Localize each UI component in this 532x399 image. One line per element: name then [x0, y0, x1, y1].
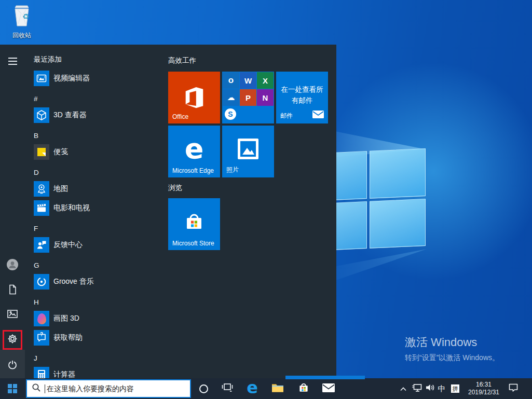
action-center-button[interactable]: [506, 378, 521, 399]
expand-menu-button[interactable]: [0, 49, 25, 74]
app-label: 3D 查看器: [53, 111, 87, 120]
video-editor-icon: [34, 71, 49, 86]
app-label: 视频编辑器: [53, 74, 90, 83]
desktop-screen: ♻ 回收站 激活 Windows 转到“设置”以激活 Windows。: [0, 0, 532, 399]
tile-office-apps-group[interactable]: o W X ☁ P N S: [222, 72, 274, 123]
gear-icon: [7, 334, 18, 346]
paint-3d-icon: [34, 311, 49, 326]
tray-clock-button[interactable]: 16:31 2019/12/31: [463, 378, 504, 399]
app-item-maps[interactable]: 地图: [34, 181, 168, 197]
app-item-paint-3d[interactable]: 画图 3D: [34, 311, 168, 326]
edge-logo-icon: e: [185, 132, 204, 165]
app-item-calculator[interactable]: 计算器: [34, 367, 168, 378]
app-list-header-G[interactable]: G: [34, 256, 168, 274]
documents-button[interactable]: [0, 278, 25, 303]
recycle-symbol-icon: ♻: [22, 12, 29, 21]
activate-windows-watermark: 激活 Windows 转到“设置”以激活 Windows。: [405, 335, 499, 363]
onedrive-icon: ☁: [223, 89, 239, 106]
app-list-header-H[interactable]: H: [34, 293, 168, 311]
tile-microsoft-store[interactable]: Microsoft Store: [168, 198, 220, 250]
power-icon: [8, 360, 17, 372]
windows-logo-icon: [8, 384, 17, 393]
windows-logo-pane: [370, 148, 426, 198]
calculator-icon: [34, 367, 49, 378]
power-button[interactable]: [0, 353, 25, 378]
edge-icon: e: [247, 378, 258, 397]
taskbar-search-box[interactable]: [26, 379, 191, 398]
tile-group-header-browse[interactable]: 浏览: [168, 183, 182, 192]
tile-row: Microsoft Store: [168, 198, 220, 250]
settings-button[interactable]: [0, 327, 25, 352]
tile-label: 照片: [226, 166, 239, 174]
pictures-button[interactable]: [0, 302, 25, 327]
recycle-bin-icon: ♻: [11, 3, 33, 30]
user-account-button[interactable]: [0, 253, 25, 278]
watermark-title: 激活 Windows: [405, 335, 499, 350]
tile-photos[interactable]: 照片: [222, 126, 274, 177]
app-list-header-hash[interactable]: #: [34, 90, 168, 107]
app-item-sticky-notes[interactable]: 便笺: [34, 144, 168, 160]
app-item-video-editor[interactable]: 视频编辑器: [34, 71, 168, 86]
document-icon: [8, 284, 17, 297]
mail-tile-text: 在一处查看所有邮件: [279, 84, 325, 106]
recycle-bin-shortcut[interactable]: ♻ 回收站: [5, 3, 38, 40]
tile-label: Microsoft Store: [172, 240, 214, 247]
cortana-button[interactable]: [194, 378, 213, 399]
tile-label: Microsoft Edge: [172, 167, 214, 174]
start-menu-app-list: 最近添加 视频编辑器 #: [25, 45, 168, 378]
recycle-bin-label: 回收站: [12, 31, 31, 40]
app-list-header-recent[interactable]: 最近添加: [34, 55, 168, 71]
tray-show-hidden-icons[interactable]: [399, 378, 408, 399]
app-item-get-help[interactable]: ? 获取帮助: [34, 330, 168, 346]
tray-volume-button[interactable]: [424, 378, 436, 399]
feedback-hub-icon: [34, 237, 49, 253]
app-label: Groove 音乐: [53, 277, 94, 286]
mail-taskbar-button[interactable]: [319, 378, 338, 399]
app-label: 便笺: [53, 147, 68, 157]
search-input[interactable]: [47, 384, 190, 393]
office-apps-mini-grid: o W X ☁ P N S: [222, 72, 274, 123]
file-explorer-button[interactable]: [268, 378, 287, 399]
tile-group-header-productivity[interactable]: 高效工作: [168, 56, 196, 65]
tile-microsoft-edge[interactable]: e Microsoft Edge: [168, 126, 220, 177]
chevron-up-icon: [400, 384, 407, 393]
tile-office[interactable]: Office: [168, 72, 220, 123]
app-list-header-J[interactable]: J: [34, 349, 168, 367]
watermark-subtitle: 转到“设置”以激活 Windows。: [405, 353, 499, 363]
word-icon: W: [240, 72, 256, 89]
tray-date: 2019/12/31: [468, 389, 499, 396]
app-item-feedback-hub[interactable]: 反馈中心: [34, 237, 168, 253]
tray-time: 16:31: [476, 381, 492, 389]
app-list-header-D[interactable]: D: [34, 163, 168, 181]
app-list-header-B[interactable]: B: [34, 127, 168, 144]
store-taskbar-button[interactable]: [294, 378, 313, 399]
tray-ime-language-button[interactable]: 中: [436, 378, 447, 399]
cortana-icon: [199, 384, 208, 393]
movies-tv-icon: [34, 200, 49, 216]
pictures-icon: [7, 310, 18, 320]
speaker-icon: [425, 383, 435, 394]
tile-row: e Microsoft Edge 照片: [168, 126, 274, 177]
tile-label: 邮件: [280, 112, 293, 120]
task-view-button[interactable]: [218, 378, 237, 399]
question-glyph: ?: [34, 332, 49, 337]
tile-mail[interactable]: 在一处查看所有邮件 邮件: [276, 72, 328, 123]
app-item-groove-music[interactable]: Groove 音乐: [34, 274, 168, 290]
app-label: 获取帮助: [53, 333, 83, 342]
app-label: 地图: [53, 184, 68, 194]
start-menu-rail: [0, 45, 25, 378]
start-menu: 最近添加 视频编辑器 #: [0, 45, 336, 378]
groove-music-icon: [34, 274, 49, 290]
user-avatar-icon: [6, 258, 19, 273]
app-item-movies-tv[interactable]: 电影和电视: [34, 200, 168, 216]
action-center-icon: [508, 383, 519, 394]
app-label: 反馈中心: [53, 240, 83, 250]
tray-network-button[interactable]: [411, 378, 424, 399]
app-label: 计算器: [53, 370, 75, 378]
start-button[interactable]: [0, 378, 25, 399]
app-list-header-F[interactable]: F: [34, 219, 168, 237]
app-label: 电影和电视: [53, 203, 90, 213]
tray-ime-pinyin-button[interactable]: 拼: [449, 378, 461, 399]
app-item-3d-viewer[interactable]: 3D 查看器: [34, 107, 168, 123]
edge-taskbar-button[interactable]: e: [243, 378, 262, 399]
